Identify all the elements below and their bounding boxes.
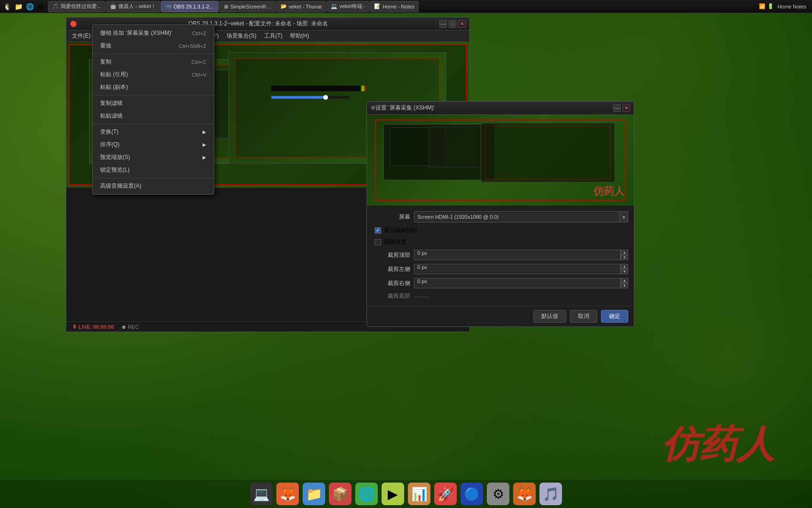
menu-tools[interactable]: 工具(T) xyxy=(260,31,286,41)
settings-cancel-btn[interactable]: 取消 xyxy=(570,310,597,323)
dock-icon-3[interactable]: 📁 xyxy=(303,483,325,505)
dropdown-undo[interactable]: 撤销 添加 '屏幕采集 (XSHM)' Ctrl+Z xyxy=(93,27,214,40)
settings-crop-left-down[interactable]: ▼ xyxy=(621,269,628,274)
menu-help[interactable]: 帮助(H) xyxy=(286,31,313,41)
dock-icon-11[interactable]: 🦊 xyxy=(513,483,536,505)
dock-icon-9[interactable]: 🔵 xyxy=(461,483,483,505)
dropdown-order[interactable]: 排序(Q) ▶ xyxy=(93,138,214,151)
taskbar-browser[interactable]: 🌐 xyxy=(24,1,35,12)
dock-icon-10[interactable]: ⚙ xyxy=(487,483,509,505)
settings-preview-watermark: 仿药人 xyxy=(593,184,625,198)
taskbar-app-music[interactable]: 🎵 我爱你胜过你爱... xyxy=(48,1,105,12)
app-icon: 📂 xyxy=(281,3,287,9)
settings-crop-right-row: 裁剪右侧 0 px ▲ ▼ xyxy=(373,278,628,288)
settings-crop-bottom-divider: ——— xyxy=(414,294,628,299)
tray-time: Home Notes xyxy=(776,4,808,9)
window-controls: — □ ✕ xyxy=(439,20,466,28)
taskbar-app-screen[interactable]: 🖥 SimpleScreenR… xyxy=(219,1,275,12)
dropdown-transform[interactable]: 变换(T) ▶ xyxy=(93,126,214,138)
taskbar-left: 🐧 📁 🌐 ⚙ xyxy=(0,1,48,12)
status-live: 🎙 LIVE: 00:00:00 xyxy=(72,324,114,330)
taskbar-app-obs[interactable]: 📹 OBS 29.1.3.1-2… xyxy=(161,1,219,12)
taskbar-app-notes[interactable]: 📝 Home - Notes xyxy=(370,1,419,12)
app-icon: 📝 xyxy=(374,3,381,9)
dropdown-paste-copy: 粘贴 (副本) xyxy=(93,81,214,94)
dropdown-sep-1 xyxy=(93,54,214,54)
settings-crop-top-row: 裁剪顶部 0 px ▲ ▼ xyxy=(373,250,628,260)
obs-window-icon: 🔴 xyxy=(70,21,77,27)
settings-window-controls: — ✕ xyxy=(613,104,630,112)
dock-icon-5[interactable]: 🌐 xyxy=(355,483,378,505)
settings-screen-select-arrow[interactable]: ▾ xyxy=(619,211,628,222)
app-icon: 📹 xyxy=(165,3,172,9)
settings-cursor-checkbox[interactable]: ✓ xyxy=(375,227,381,234)
dropdown-paste-filter: 粘贴滤镜 xyxy=(93,110,214,122)
settings-action-buttons: 默认值 取消 确定 xyxy=(367,306,634,326)
settings-crop-right-up[interactable]: ▲ xyxy=(621,278,628,283)
tray-network: 📶 xyxy=(759,3,765,9)
settings-crop-right-down[interactable]: ▼ xyxy=(621,283,628,288)
settings-crop-top-up[interactable]: ▲ xyxy=(621,250,628,255)
dock-icon-6[interactable]: ▶ xyxy=(382,483,404,505)
edit-dropdown-menu: 撤销 添加 '屏幕采集 (XSHM)' Ctrl+Z 重做 Ctrl+Shift… xyxy=(92,24,214,195)
menu-file[interactable]: 文件(E) xyxy=(68,31,94,41)
settings-ok-btn[interactable]: 确定 xyxy=(601,310,628,323)
settings-crop-left-spinbox: 0 px ▲ ▼ xyxy=(414,264,628,274)
settings-close-btn[interactable]: ✕ xyxy=(623,104,630,112)
taskbar-apps: 🎵 我爱你胜过你爱... 🤖 微器人 - veket！ 📹 OBS 29.1.3… xyxy=(48,1,755,12)
settings-crop-top-down[interactable]: ▼ xyxy=(621,255,628,260)
taskbar-logo[interactable]: 🐧 xyxy=(2,1,12,12)
close-button[interactable]: ✕ xyxy=(458,20,466,28)
maximize-button[interactable]: □ xyxy=(449,20,456,28)
dropdown-lock-preview[interactable]: 锁定预览(L) xyxy=(93,164,214,176)
settings-screen-select-wrapper: Screen HDMI-1 (1920x1080 @ 0,0) ▾ xyxy=(414,211,628,222)
taskbar-settings[interactable]: ⚙ xyxy=(36,1,46,12)
settings-window: ⚙ 设置 '屏幕采集 (XSHM)' — ✕ 仿药人 xyxy=(367,101,634,327)
app-icon: 🖥 xyxy=(223,4,228,9)
settings-cursor-row: ✓ 显示鼠标指针 xyxy=(373,226,628,234)
dropdown-sep-4 xyxy=(93,178,214,178)
settings-screen-select[interactable]: Screen HDMI-1 (1920x1080 @ 0,0) xyxy=(414,211,619,222)
dock-icon-4[interactable]: 📦 xyxy=(329,483,351,505)
dropdown-sep-3 xyxy=(93,124,214,124)
dock-icon-2[interactable]: 🦊 xyxy=(276,483,299,505)
dock-icon-7[interactable]: 📊 xyxy=(408,483,430,505)
dock-icon-12[interactable]: 🎵 xyxy=(539,483,562,505)
mixer-volume-slider[interactable] xyxy=(271,96,350,99)
settings-crop-top-arrows: ▲ ▼ xyxy=(621,250,628,260)
dropdown-copy[interactable]: 复制 Ctrl+C xyxy=(93,56,214,68)
taskbar-app-thunar[interactable]: 📂 veket - Thunar xyxy=(276,1,327,12)
tray-battery: 🔋 xyxy=(767,3,774,9)
settings-crop-right-input[interactable]: 0 px xyxy=(414,278,621,288)
dropdown-paste-ref: 粘贴 (引用) Ctrl+V xyxy=(93,68,214,81)
app-icon: 🎵 xyxy=(52,3,59,9)
taskbar-fm[interactable]: 📁 xyxy=(13,1,23,12)
settings-preview-image: 仿药人 xyxy=(367,115,634,206)
desktop-dock: 💻 🦊 📁 📦 🌐 ▶ 📊 🚀 🔵 ⚙ 🦊 🎵 xyxy=(0,480,812,508)
dropdown-preview-scale[interactable]: 预览缩放(S) ▶ xyxy=(93,151,214,164)
settings-crop-top-input[interactable]: 0 px xyxy=(414,250,621,260)
settings-advanced-checkbox[interactable] xyxy=(375,239,381,246)
settings-window-title: 设置 '屏幕采集 (XSHM)' xyxy=(375,104,613,112)
taskbar-app-terminal[interactable]: 💻 veket终端 - xyxy=(327,1,369,12)
taskbar-app-robot[interactable]: 🤖 微器人 - veket！ xyxy=(106,1,160,12)
minimize-button[interactable]: — xyxy=(439,20,447,28)
settings-default-btn[interactable]: 默认值 xyxy=(533,310,566,323)
dock-icon-8[interactable]: 🚀 xyxy=(434,483,457,505)
dropdown-advanced-audio[interactable]: 高级音频设置(A) xyxy=(93,180,214,192)
settings-min-btn[interactable]: — xyxy=(613,104,621,112)
app-icon: 🤖 xyxy=(110,3,117,9)
settings-window-icon: ⚙ xyxy=(371,105,375,111)
dropdown-copy-filter: 复制滤镜 xyxy=(93,97,214,110)
mixer-bar-container xyxy=(271,86,366,91)
settings-titlebar: ⚙ 设置 '屏幕采集 (XSHM)' — ✕ xyxy=(367,102,634,115)
settings-crop-left-input[interactable]: 0 px xyxy=(414,264,621,274)
dock-icon-1[interactable]: 💻 xyxy=(250,483,273,505)
settings-crop-left-up[interactable]: ▲ xyxy=(621,264,628,269)
settings-crop-top-spinbox: 0 px ▲ ▼ xyxy=(414,250,628,260)
menu-scene-collection[interactable]: 场景集合(S) xyxy=(223,31,260,41)
app-icon: 💻 xyxy=(331,3,337,9)
settings-form: 屏幕 Screen HDMI-1 (1920x1080 @ 0,0) ▾ ✓ 显… xyxy=(367,206,634,306)
taskbar-right: 📶 🔋 Home Notes xyxy=(755,3,812,9)
settings-crop-left-arrows: ▲ ▼ xyxy=(621,264,628,274)
